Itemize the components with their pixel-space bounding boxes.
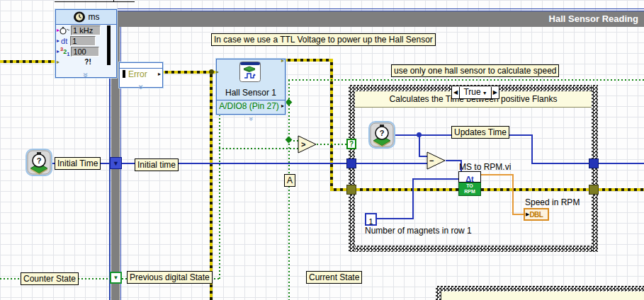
error-in-arrow-icon: ▸ xyxy=(216,69,219,76)
offscreen-node-edge-tick xyxy=(113,0,114,2)
to-rpm-box: TORPM xyxy=(458,183,481,196)
case-structure-border-left[interactable] xyxy=(349,85,355,252)
dt-label: dt xyxy=(60,37,69,45)
magnet-count-constant[interactable]: 1 xyxy=(365,213,377,226)
count-field[interactable]: 100 xyxy=(71,47,99,57)
case-selector-value[interactable]: True▼ xyxy=(459,87,492,98)
tunnel-time-out[interactable] xyxy=(589,158,599,168)
labview-block-diagram: Hall Sensor Reading ms ▸ 1 kHz ▸ dt xyxy=(0,0,644,300)
hall-output-wire[interactable] xyxy=(288,79,644,81)
timer-scrollbar[interactable] xyxy=(107,25,111,65)
tick-count-icon[interactable]: ? xyxy=(26,149,52,176)
tunnel-error-out[interactable] xyxy=(589,185,599,195)
timer-expand-chevron[interactable]: » xyxy=(56,67,116,77)
magnet-count-wire[interactable] xyxy=(412,178,458,180)
error-node-top-strip xyxy=(120,63,162,69)
comment-ttl-note[interactable]: In case we use a TTL Voltage to power up… xyxy=(211,33,436,46)
wire-junction-diamond xyxy=(286,137,293,144)
case2-border-left[interactable] xyxy=(436,286,441,300)
svg-text:?: ? xyxy=(37,156,42,165)
ms-to-rpm-subvi[interactable]: Δt TORPM xyxy=(458,171,481,196)
case2-subdiagram-label xyxy=(441,292,644,300)
label-updates-time[interactable]: Updates Time xyxy=(451,126,509,139)
hall-expand-chevron[interactable]: » xyxy=(217,110,285,116)
error-wire[interactable] xyxy=(162,71,216,74)
label-counter-state[interactable]: Counter State xyxy=(21,272,79,285)
case2-border-top[interactable] xyxy=(436,286,644,292)
timer-title: ms xyxy=(89,12,100,22)
timed-loop-input-node[interactable]: ms ▸ 1 kHz ▸ dt 1 ▸ 321 100 ▸ ?! » xyxy=(55,9,117,78)
hall-sensor-name: Hall Sensor 1 xyxy=(217,88,285,98)
svg-text:−: − xyxy=(429,156,434,165)
speed-wire[interactable] xyxy=(512,214,524,215)
comment-one-sensor[interactable]: use only one hall sensor to calculate sp… xyxy=(391,64,559,77)
subtract-output-wire[interactable] xyxy=(446,160,462,161)
initial-time-wire[interactable] xyxy=(356,163,429,164)
updates-time-wire[interactable] xyxy=(531,134,533,164)
loop-title: Hall Sensor Reading xyxy=(549,11,638,27)
label-initial-time-constant[interactable]: Initial Time xyxy=(55,157,101,170)
svg-text:?: ? xyxy=(380,129,385,137)
magnet-count-caption[interactable]: Number of magnets in row 1 xyxy=(365,226,472,236)
case-prev-arrow[interactable]: ◀ xyxy=(452,87,459,98)
label-previous-digital-state[interactable]: Previous digital State xyxy=(127,271,213,284)
speed-indicator-terminal[interactable]: ▶ DBL xyxy=(524,208,549,221)
svg-text:>: > xyxy=(301,140,305,149)
dropdown-icon: ▼ xyxy=(481,91,487,96)
hall-output-wire[interactable] xyxy=(288,80,290,300)
updates-time-wire[interactable] xyxy=(599,163,644,164)
speed-wire[interactable] xyxy=(481,174,514,175)
error-node-row[interactable]: Error ▸ xyxy=(120,69,162,79)
tick-count-wire[interactable] xyxy=(395,134,451,136)
error-wire-branch-down[interactable] xyxy=(210,71,213,300)
greater-than-operator[interactable]: > xyxy=(298,135,317,154)
loop-subdiagram-label-band[interactable]: Hall Sensor Reading xyxy=(111,11,644,27)
offscreen-node-edge xyxy=(55,1,135,2)
label-current-state[interactable]: Current State xyxy=(306,271,362,284)
indicator-type: DBL xyxy=(529,211,543,219)
case-structure-border-right[interactable] xyxy=(592,85,598,252)
case-structure-border-bottom[interactable] xyxy=(349,246,598,252)
blue-wire-junction xyxy=(417,132,422,137)
rate-field[interactable]: 1 kHz xyxy=(71,25,101,35)
subtract-operator[interactable]: − xyxy=(426,151,446,170)
updates-time-wire[interactable] xyxy=(507,134,533,136)
case-selector-tunnel[interactable]: ? xyxy=(346,139,356,149)
error-wire[interactable] xyxy=(599,188,644,191)
error-wire[interactable] xyxy=(330,188,347,191)
output-arrow-icon: ▸ xyxy=(281,103,285,110)
label-point-a[interactable]: A xyxy=(284,174,295,187)
updates-time-wire[interactable] xyxy=(531,163,589,164)
metronome-icon xyxy=(73,11,86,23)
chevron-down-icon: » xyxy=(84,73,89,76)
hall-sensor-node[interactable]: Hall Sensor 1 A/DIO8 (Pin 27) ▸ » ▸ ▸ xyxy=(216,59,286,115)
dt-field[interactable]: 1 xyxy=(70,36,96,46)
magnet-count-wire[interactable] xyxy=(375,218,414,219)
comparison-result-wire[interactable] xyxy=(317,144,347,145)
chevron-down-icon: » xyxy=(138,85,144,88)
case-next-arrow[interactable]: ▶ xyxy=(492,87,499,98)
error-wire-junction xyxy=(209,69,214,74)
chevron-down-icon: » xyxy=(248,117,254,120)
tunnel-initial-time-in[interactable] xyxy=(346,158,356,168)
timed-loop-border-top[interactable] xyxy=(55,8,644,9)
error-out-arrow-icon: ▸ xyxy=(281,57,284,64)
shift-register-digital-state[interactable]: ▼ xyxy=(110,272,122,284)
ms-to-rpm-caption[interactable]: MS to RPM.vi xyxy=(459,162,511,172)
previous-state-wire[interactable] xyxy=(219,148,300,149)
tick-count-icon[interactable]: ? xyxy=(368,121,395,149)
label-initial-time-wire[interactable]: Initial time xyxy=(135,158,179,171)
previous-state-wire[interactable] xyxy=(219,115,220,279)
shift-register-initial-time[interactable]: ▼ xyxy=(110,157,122,169)
error-register-node[interactable]: Error ▸ » xyxy=(119,62,163,88)
error-wire[interactable] xyxy=(0,60,55,63)
speed-indicator-caption[interactable]: Speed in RPM xyxy=(525,197,580,207)
321-glyph: 321 xyxy=(60,46,70,57)
case-selector[interactable]: ◀ True▼ ▶ xyxy=(451,86,499,99)
tick-count-wire[interactable] xyxy=(419,135,420,156)
speed-wire[interactable] xyxy=(512,174,514,215)
tunnel-error-in[interactable] xyxy=(346,185,356,195)
error-expand-chevron[interactable]: » xyxy=(120,79,162,86)
error-wire[interactable] xyxy=(284,59,333,62)
magnet-count-wire[interactable] xyxy=(412,178,414,219)
